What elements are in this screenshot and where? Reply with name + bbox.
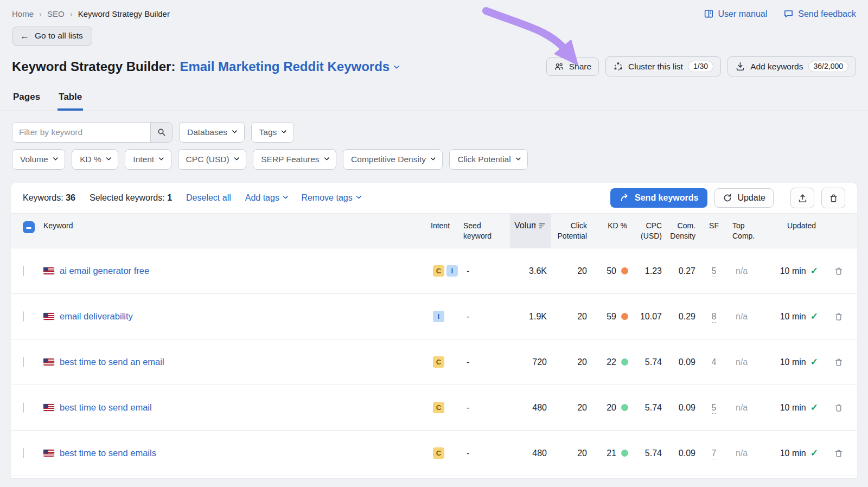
page-title-prefix: Keyword Strategy Builder: (12, 59, 175, 74)
delete-row-button[interactable] (820, 403, 857, 413)
serp-features-filter[interactable]: SERP Features (253, 149, 336, 170)
search-button[interactable] (150, 123, 172, 142)
col-intent[interactable]: Intent (426, 214, 459, 248)
remove-tags-dropdown[interactable]: Remove tags (301, 193, 360, 203)
table-row: email deliverability I - 1.9K 20 59 10.0… (11, 294, 857, 339)
keyword-link[interactable]: best time to send email (60, 402, 152, 413)
volume-cell: 480 (510, 448, 551, 458)
cluster-this-list-button[interactable]: Cluster this list 1/30 (605, 56, 721, 76)
row-checkbox[interactable] (23, 357, 24, 367)
sf-link[interactable]: 4 (712, 357, 717, 368)
updated-value: 10 min (780, 357, 806, 367)
keyword-filter-input[interactable] (12, 123, 150, 142)
databases-filter[interactable]: Databases (179, 122, 245, 143)
kd-level-dot (621, 358, 628, 366)
share-label: Share (569, 62, 591, 72)
intent-filter[interactable]: Intent (125, 149, 171, 170)
com-density-cell: 0.09 (666, 448, 700, 458)
chevron-down-icon (394, 62, 400, 68)
intent-badge-c: C (433, 356, 444, 368)
cluster-label: Cluster this list (628, 62, 683, 72)
keyword-link[interactable]: email deliverability (60, 311, 133, 322)
list-name-dropdown[interactable]: Email Marketing Reddit Keywords (180, 59, 399, 74)
left-arrow-icon: ← (20, 31, 29, 41)
kd-filter[interactable]: KD % (72, 149, 118, 170)
share-button[interactable]: Share (546, 57, 599, 76)
send-keywords-label: Send keywords (635, 193, 698, 203)
chevron-down-icon (106, 155, 111, 160)
competitive-density-filter[interactable]: Competitive Density (343, 149, 443, 170)
keyword-link[interactable]: best time to send an email (60, 357, 164, 367)
breadcrumb-seo[interactable]: SEO (47, 9, 65, 18)
row-checkbox[interactable] (23, 448, 24, 458)
chevron-down-icon (282, 128, 286, 133)
breadcrumb-home[interactable]: Home (12, 9, 34, 18)
chevron-down-icon (159, 155, 164, 160)
chevron-down-icon (232, 128, 237, 133)
col-volume-sorted[interactable]: Volume (510, 214, 551, 248)
sf-link[interactable]: 7 (712, 448, 717, 459)
tags-filter[interactable]: Tags (251, 122, 294, 143)
send-feedback-link[interactable]: Send feedback (783, 9, 856, 19)
top-comp-cell: n/a (728, 312, 768, 322)
check-icon: ✓ (810, 402, 818, 413)
col-updated[interactable]: Updated (768, 214, 820, 248)
kd-level-dot (621, 267, 628, 274)
col-kd[interactable]: KD % (591, 214, 631, 248)
volume-filter[interactable]: Volume (12, 149, 65, 170)
send-keywords-button[interactable]: Send keywords (610, 188, 707, 208)
export-button[interactable] (790, 188, 814, 208)
add-tags-dropdown[interactable]: Add tags (245, 193, 288, 203)
sf-link[interactable]: 5 (712, 266, 717, 277)
col-keyword[interactable]: Keyword (43, 214, 426, 248)
col-click-potential[interactable]: Click Potential (551, 214, 591, 248)
kd-level-dot (621, 313, 628, 320)
chevron-down-icon (234, 155, 239, 160)
row-checkbox[interactable] (23, 311, 24, 322)
delete-row-button[interactable] (820, 357, 857, 367)
intent-badges: CI (426, 265, 459, 277)
delete-row-button[interactable] (820, 266, 857, 276)
volume-cell: 480 (510, 403, 551, 413)
deselect-all-link[interactable]: Deselect all (186, 193, 231, 203)
com-density-cell: 0.09 (666, 403, 700, 413)
delete-row-button[interactable] (820, 312, 857, 322)
sf-link[interactable]: 5 (712, 403, 717, 414)
add-keywords-button[interactable]: Add keywords 36/2,000 (727, 56, 856, 76)
row-checkbox[interactable] (23, 402, 24, 413)
cpc-filter[interactable]: CPC (USD) (178, 149, 247, 170)
col-seed-keyword[interactable]: Seed keyword (459, 214, 510, 248)
chevron-down-icon (431, 155, 436, 160)
add-keywords-label: Add keywords (750, 62, 803, 72)
delete-row-button[interactable] (820, 448, 857, 458)
delete-list-button[interactable] (821, 188, 845, 208)
keyword-link[interactable]: best time to send emails (60, 448, 156, 458)
keyword-link[interactable]: ai email generator free (60, 266, 149, 276)
go-to-all-lists-button[interactable]: ← Go to all lists (12, 27, 92, 46)
seed-keyword-cell: - (459, 312, 510, 322)
row-checkbox[interactable] (23, 266, 24, 276)
tab-table[interactable]: Table (58, 89, 83, 111)
export-up-icon (797, 193, 808, 203)
user-manual-label: User manual (718, 9, 768, 19)
page-title: Keyword Strategy Builder: Email Marketin… (12, 59, 399, 74)
volume-cell: 3.6K (510, 266, 551, 276)
kd-value: 50 (607, 266, 616, 276)
select-all-checkbox[interactable] (23, 221, 35, 233)
tab-pages[interactable]: Pages (12, 89, 41, 111)
kd-value: 20 (607, 403, 616, 413)
sf-link[interactable]: 8 (712, 312, 717, 323)
trash-icon (828, 193, 839, 203)
user-manual-link[interactable]: User manual (704, 9, 768, 19)
click-potential-cell: 20 (551, 403, 591, 413)
chevron-down-icon (515, 155, 520, 160)
col-sf[interactable]: SF (700, 214, 728, 248)
updated-value: 10 min (780, 448, 806, 458)
add-keywords-count-badge: 36/2,000 (808, 61, 849, 72)
col-top-comp[interactable]: Top Comp. (728, 214, 768, 248)
col-cpc[interactable]: CPC (USD) (631, 214, 666, 248)
col-com-density[interactable]: Com. Density (666, 214, 700, 248)
us-flag-icon (43, 358, 54, 366)
click-potential-filter[interactable]: Click Potential (449, 149, 528, 170)
update-button[interactable]: Update (714, 188, 774, 208)
